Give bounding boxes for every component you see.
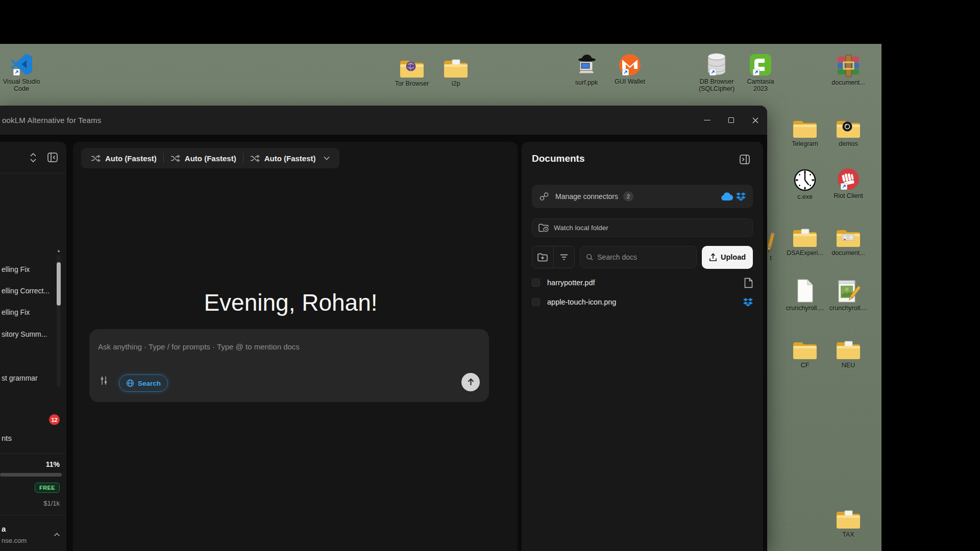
folder-doc-icon [836, 502, 861, 530]
docs-search-input[interactable] [597, 253, 691, 261]
folder-tor-icon [399, 51, 425, 79]
desktop-icon-c-exe[interactable]: c.exe [783, 164, 826, 201]
desktop-icon-tor-browser[interactable]: Tor Browser [390, 51, 433, 87]
chevron-up-icon[interactable] [54, 530, 60, 539]
desktop-icon-riot-client[interactable]: Riot Client [827, 163, 870, 199]
filter-button[interactable] [554, 246, 575, 268]
account-domain: nse.com [2, 537, 27, 544]
desktop-icon-crunchyroll[interactable]: crunchyroll.... [783, 276, 826, 312]
model-chip-1[interactable]: Auto (Fastest) [84, 148, 163, 168]
documents-title: Documents [532, 153, 584, 164]
vscode-icon [9, 49, 34, 77]
sidebar-header [0, 142, 66, 173]
close-button[interactable] [743, 106, 767, 135]
account-name: a [2, 524, 6, 533]
docs-search-box[interactable] [580, 246, 697, 268]
chat-history-item[interactable]: elling Correct... [2, 287, 50, 295]
tune-icon[interactable] [100, 375, 108, 388]
desktop-icon-label: TAX [842, 531, 854, 538]
sidebar-scrollbar-thumb[interactable] [57, 262, 61, 306]
desktop-icon-label: Visual Studio Code [0, 78, 43, 93]
search-icon [586, 253, 593, 261]
maximize-icon [728, 117, 734, 123]
minimize-button[interactable] [695, 106, 719, 135]
desktop-icon-label: t [770, 255, 771, 262]
desktop-icon-tax[interactable]: TAX [827, 502, 870, 538]
model-chip-2[interactable]: Auto (Fastest) [164, 148, 243, 168]
desktop-icon-document[interactable]: document... [827, 50, 870, 86]
desktop-icon-telegram[interactable]: Telegram [783, 111, 826, 147]
desktop-icon-i2p[interactable]: i2p [434, 51, 477, 87]
desktop-icon-db-browser-sqlcipher[interactable]: DB Browser (SQLCipher) [695, 49, 738, 93]
window-body: elling Fixelling Correct...elling Fixsit… [0, 135, 767, 551]
chat-history-item[interactable]: elling Fix [2, 265, 30, 273]
folder-doc-icon [443, 51, 469, 79]
folder-doc-icon [836, 333, 861, 360]
ask-input[interactable]: Ask anything · Type / for prompts · Type… [89, 329, 489, 402]
file-icon [744, 278, 753, 288]
web-search-toggle[interactable]: Search [119, 374, 168, 392]
desktop-icon-camtasia-2023[interactable]: Camtasia 2023 [739, 49, 782, 93]
dropbox-icon [736, 192, 746, 201]
desktop-icon-neu[interactable]: NEU [827, 333, 870, 369]
sidebar: elling Fixelling Correct...elling Fixsit… [0, 142, 66, 551]
shortcut-arrow-icon [753, 68, 760, 78]
globe-icon [126, 379, 134, 387]
monero-icon [618, 49, 642, 77]
document-row[interactable]: harrypotter.pdf [532, 274, 753, 291]
sidebar-nav-label[interactable]: nts [2, 434, 12, 442]
sidebar-collapse-icon[interactable] [47, 153, 58, 164]
upload-label: Upload [721, 253, 746, 261]
close-icon [752, 117, 758, 123]
desktop-icon-demos[interactable]: demos [827, 111, 870, 147]
manage-connectors-label: Manage connectors [555, 192, 618, 201]
connector-service-icons [721, 192, 746, 201]
shortcut-arrow-icon [841, 183, 847, 192]
desktop-icon-visual-studio-code[interactable]: Visual Studio Code [0, 49, 43, 93]
manage-connectors-button[interactable]: Manage connectors 2 [532, 185, 753, 208]
desktop-icon-label: Camtasia 2023 [739, 78, 782, 93]
panel-collapse-icon[interactable] [740, 155, 750, 166]
chat-history-item[interactable]: sitory Summ... [2, 330, 47, 338]
web-search-label: Search [138, 380, 161, 387]
chat-history-item[interactable]: elling Fix [2, 308, 30, 316]
minimize-icon [704, 120, 710, 120]
document-row[interactable]: apple-touch-icon.png [532, 294, 753, 310]
desktop-icon-label: CF [801, 362, 810, 369]
desktop-icon-cf[interactable]: CF [783, 333, 826, 369]
desktop-icon-label: document... [831, 79, 865, 86]
scrollbar-up-arrow[interactable]: ▲ [57, 249, 61, 253]
maximize-button[interactable] [719, 106, 743, 135]
upload-icon [709, 253, 717, 262]
arrow-up-icon [467, 378, 475, 386]
chat-history-item[interactable]: st grammar [2, 374, 38, 382]
sort-icon[interactable] [29, 153, 37, 165]
model-chip-3[interactable]: Auto (Fastest) [243, 148, 336, 168]
desktop-icon-label: crunchyroll.... [786, 305, 824, 312]
main-panel: Auto (Fastest) Auto (Fastest) Auto (Fast… [73, 142, 518, 551]
desktop-icon-label: Telegram [792, 140, 818, 147]
send-button[interactable] [461, 373, 480, 391]
clock-icon [793, 164, 817, 192]
desktop-icon-gui-wallet[interactable]: GUI Wallet [608, 49, 651, 85]
row-checkbox[interactable] [532, 298, 540, 306]
app-window: ookLM Alternative for Teams [0, 106, 767, 551]
new-folder-button[interactable] [532, 246, 553, 268]
desktop-icon-surf-ppk[interactable]: surf.ppk [565, 50, 608, 86]
winrar-icon [836, 50, 861, 78]
desktop-icon-label: Tor Browser [395, 80, 429, 87]
upload-button[interactable]: Upload [702, 246, 753, 269]
desktop-icon-crunchyroll[interactable]: crunchyroll.... [827, 276, 870, 312]
folder-lens-icon [836, 111, 861, 139]
folder-watch-icon [538, 223, 549, 232]
dropbox-icon [743, 298, 753, 307]
row-checkbox[interactable] [532, 279, 540, 287]
desktop-icon-document[interactable]: document... [827, 220, 870, 257]
surf-icon [575, 50, 598, 78]
desktop-icon-label: i2p [452, 80, 460, 87]
plan-badge: FREE [35, 483, 60, 493]
folder-money-icon [836, 220, 861, 248]
watch-local-folder-button[interactable]: Watch local folder [532, 218, 753, 237]
desktop-icon-label: demos [839, 140, 858, 147]
desktop-icon-label: GUI Wallet [615, 78, 645, 85]
